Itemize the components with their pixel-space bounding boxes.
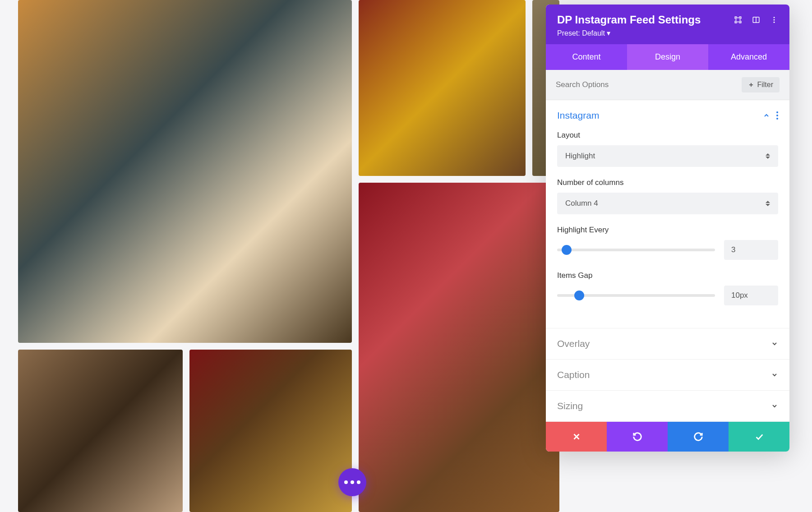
preset-selector[interactable]: Preset: Default ▾ [557, 29, 778, 37]
field-columns: Number of columns Column 4 [557, 178, 778, 214]
filter-button[interactable]: Filter [742, 77, 780, 92]
action-bar [546, 422, 789, 452]
svg-point-3 [774, 17, 775, 18]
feed-image[interactable] [189, 350, 352, 512]
settings-panel: DP Instagram Feed Settings Preset: Defau… [546, 5, 789, 452]
more-icon[interactable] [770, 16, 778, 24]
search-bar: Filter [546, 70, 789, 100]
responsive-icon[interactable] [752, 16, 760, 24]
section-title: Overlay [557, 338, 590, 349]
svg-rect-0 [736, 18, 740, 22]
filter-label: Filter [757, 81, 773, 89]
chevron-up-icon [763, 112, 770, 119]
section-instagram: Instagram Layout Highlight Number of col… [546, 100, 789, 328]
layout-label: Layout [557, 131, 778, 140]
panel-body: Instagram Layout Highlight Number of col… [546, 100, 789, 422]
save-button[interactable] [729, 422, 789, 452]
svg-point-4 [774, 19, 775, 21]
field-layout: Layout Highlight [557, 131, 778, 167]
redo-icon [693, 432, 703, 442]
image-feed-grid [18, 0, 559, 512]
feed-image[interactable] [359, 183, 559, 512]
section-title: Sizing [557, 401, 583, 411]
layout-value: Highlight [565, 152, 595, 161]
chevron-down-icon [771, 371, 778, 378]
section-caption: Caption [546, 360, 789, 391]
section-header-instagram[interactable]: Instagram [546, 100, 789, 131]
feed-image[interactable] [359, 0, 526, 176]
gap-value-input[interactable]: 10px [724, 286, 778, 305]
layout-select[interactable]: Highlight [557, 145, 778, 167]
section-title: Caption [557, 369, 590, 380]
columns-select[interactable]: Column 4 [557, 193, 778, 214]
svg-point-5 [774, 22, 775, 23]
tab-design[interactable]: Design [627, 44, 708, 70]
highlight-label: Highlight Every [557, 226, 778, 235]
undo-button[interactable] [607, 422, 668, 452]
select-arrows-icon [766, 201, 770, 206]
section-title: Instagram [557, 110, 599, 121]
search-input[interactable] [556, 80, 742, 89]
field-items-gap: Items Gap 10px [557, 271, 778, 305]
chevron-down-icon [771, 402, 778, 410]
tab-advanced[interactable]: Advanced [708, 44, 789, 70]
slider-thumb[interactable] [574, 291, 584, 300]
undo-icon [632, 432, 642, 442]
select-arrows-icon [766, 153, 770, 159]
feed-image[interactable] [18, 350, 183, 512]
close-icon [572, 432, 581, 442]
section-header-sizing[interactable]: Sizing [546, 391, 789, 421]
chevron-down-icon [771, 340, 778, 347]
section-header-caption[interactable]: Caption [546, 360, 789, 390]
gap-label: Items Gap [557, 271, 778, 280]
gap-slider[interactable] [557, 294, 715, 297]
section-overlay: Overlay [546, 328, 789, 360]
expand-icon[interactable] [734, 16, 742, 24]
field-highlight-every: Highlight Every 3 [557, 226, 778, 260]
highlight-slider[interactable] [557, 249, 715, 251]
redo-button[interactable] [668, 422, 729, 452]
section-sizing: Sizing [546, 391, 789, 422]
settings-tabs: Content Design Advanced [546, 44, 789, 70]
section-options-icon[interactable] [776, 111, 778, 120]
check-icon [754, 432, 764, 442]
columns-label: Number of columns [557, 178, 778, 187]
tab-content[interactable]: Content [546, 44, 627, 70]
cancel-button[interactable] [546, 422, 607, 452]
plus-icon [748, 82, 754, 88]
panel-title: DP Instagram Feed Settings [557, 14, 701, 26]
columns-value: Column 4 [565, 199, 598, 208]
slider-thumb[interactable] [562, 245, 572, 255]
feed-image[interactable] [18, 0, 352, 343]
floating-action-button[interactable] [338, 468, 366, 496]
section-header-overlay[interactable]: Overlay [546, 328, 789, 359]
highlight-value-input[interactable]: 3 [724, 240, 778, 260]
panel-header: DP Instagram Feed Settings Preset: Defau… [546, 5, 789, 44]
